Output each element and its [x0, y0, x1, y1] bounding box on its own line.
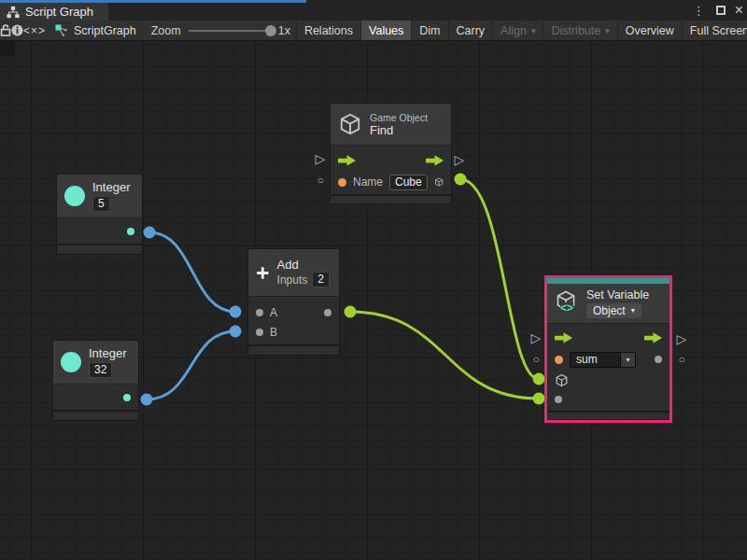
wire-endpoint[interactable] [230, 326, 242, 338]
value-input-port[interactable] [555, 396, 562, 403]
input-port-b[interactable] [256, 329, 263, 336]
inputs-label: Inputs [277, 273, 308, 287]
variable-brackets-icon: <> [560, 302, 573, 314]
integer-value-field[interactable]: 32 [89, 362, 112, 378]
flow-in-arrow-icon[interactable] [338, 155, 356, 166]
node-subtitle: Game Object [370, 112, 428, 123]
value-input-circle[interactable]: ○ [317, 175, 323, 186]
wire-endpoint[interactable] [345, 306, 357, 318]
node-title: Integer [92, 180, 130, 194]
wire-endpoint[interactable] [230, 306, 242, 318]
node-footer [547, 411, 669, 419]
name-input-port[interactable] [338, 178, 346, 187]
port-label-a: A [270, 306, 277, 319]
overview-button[interactable]: Overview [617, 21, 682, 40]
node-footer [57, 244, 142, 254]
chevron-down-icon[interactable]: ▾ [620, 352, 636, 368]
gameobject-input-port-icon[interactable] [555, 373, 569, 387]
node-title: Add [277, 258, 330, 272]
inputs-count-field[interactable]: 2 [312, 272, 330, 287]
node-title: Integer [89, 346, 126, 360]
value-output-circle[interactable]: ○ [678, 354, 684, 365]
lock-icon [0, 24, 11, 36]
zoom-label: Zoom [151, 24, 181, 37]
values-button[interactable]: Values [360, 21, 411, 40]
wire-integer5-to-add-a[interactable] [149, 232, 235, 312]
info-icon [11, 24, 23, 36]
value-output-port[interactable] [655, 356, 662, 363]
graph-name-button[interactable]: ScriptGraph [46, 21, 146, 40]
game-object-cube-icon [338, 112, 362, 136]
port-label-b: B [270, 326, 277, 339]
wire-endpoint[interactable] [533, 393, 545, 405]
maximize-icon[interactable] [716, 6, 726, 15]
flow-in-arrow-icon[interactable] [555, 332, 572, 343]
node-footer [53, 410, 138, 420]
node-set-variable[interactable]: <> Set Variable Object ▾ sum ▾ [544, 275, 672, 423]
edit-code-button[interactable]: <×> [23, 21, 46, 40]
tab-script-graph[interactable]: Script Graph [0, 3, 108, 21]
gameobject-output-port-icon[interactable] [434, 175, 444, 189]
integer-type-icon [64, 186, 85, 206]
chevron-down-icon: ▾ [531, 26, 536, 35]
wire-endpoint[interactable] [533, 373, 545, 385]
node-gameobject-find[interactable]: Game Object Find Name Cube [330, 103, 452, 204]
node-title: Find [370, 123, 428, 137]
variable-name-select[interactable]: sum ▾ [570, 352, 636, 368]
carry-button[interactable]: Carry [448, 21, 493, 40]
graph-toolbar: <×> ScriptGraph Zoom 1x Relations Values… [0, 21, 747, 41]
chevron-down-icon: ▾ [631, 303, 635, 318]
window-titlebar: Script Graph ⋮ × [0, 0, 747, 21]
close-icon[interactable]: × [735, 3, 743, 18]
flow-out-arrow-icon[interactable] [644, 332, 662, 343]
graph-hierarchy-icon [7, 6, 20, 19]
chevron-down-icon: ▾ [605, 26, 610, 35]
node-add[interactable]: Add Inputs 2 A B [247, 248, 340, 356]
value-input-circle[interactable]: ○ [532, 354, 539, 365]
input-port-a[interactable] [256, 309, 263, 316]
dim-button[interactable]: Dim [411, 21, 447, 40]
flow-input-triangle[interactable]: ▷ [531, 331, 542, 344]
lock-button[interactable] [0, 21, 11, 40]
wire-integer32-to-add-b[interactable] [147, 331, 235, 399]
flow-output-triangle[interactable]: ▷ [677, 332, 687, 345]
node-title: Set Variable [586, 288, 649, 301]
script-graph-icon [55, 24, 68, 37]
add-icon [256, 261, 270, 285]
output-port[interactable] [123, 394, 131, 401]
zoom-value: 1x [278, 24, 290, 37]
zoom-slider[interactable] [189, 30, 271, 32]
wire-endpoint[interactable] [141, 394, 153, 406]
flow-out-arrow-icon[interactable] [426, 155, 444, 166]
graph-canvas[interactable]: ▷ ○ ▷ ▷ ○ ▷ ○ Integer 5 Integer 32 [0, 41, 747, 560]
code-icon: <×> [23, 24, 46, 37]
integer-type-icon [61, 352, 81, 372]
integer-value-field[interactable]: 5 [92, 196, 110, 212]
align-dropdown[interactable]: Align ▾ [492, 21, 543, 40]
output-port-sum[interactable] [324, 309, 331, 316]
wire-endpoint[interactable] [144, 227, 156, 239]
output-port[interactable] [127, 228, 134, 235]
relations-button[interactable]: Relations [296, 21, 360, 40]
name-label: Name [353, 175, 383, 189]
fullscreen-button[interactable]: Full Screen [682, 21, 747, 40]
graph-name-label: ScriptGraph [74, 24, 136, 37]
node-integer-32[interactable]: Integer 32 [52, 340, 139, 421]
window-menu-icon[interactable]: ⋮ [691, 5, 707, 17]
variable-name-value[interactable]: sum [570, 352, 620, 368]
node-footer [248, 344, 339, 355]
node-footer [331, 194, 451, 203]
distribute-dropdown[interactable]: Distribute ▾ [543, 21, 616, 40]
variable-kind-dropdown[interactable]: Object ▾ [586, 303, 641, 318]
info-button[interactable] [11, 21, 23, 40]
variable-name-port[interactable] [555, 356, 563, 364]
wire-add-to-setvariable-value[interactable] [350, 312, 539, 399]
flow-input-triangle[interactable]: ▷ [316, 152, 326, 165]
wire-endpoint[interactable] [455, 174, 467, 186]
tab-label: Script Graph [25, 5, 93, 19]
wire-find-to-setvariable-object[interactable] [460, 179, 539, 379]
flow-output-triangle[interactable]: ▷ [455, 153, 465, 166]
name-value-field[interactable]: Cube [389, 175, 428, 190]
zoom-slider-handle[interactable] [265, 25, 276, 36]
node-integer-5[interactable]: Integer 5 [56, 174, 143, 255]
